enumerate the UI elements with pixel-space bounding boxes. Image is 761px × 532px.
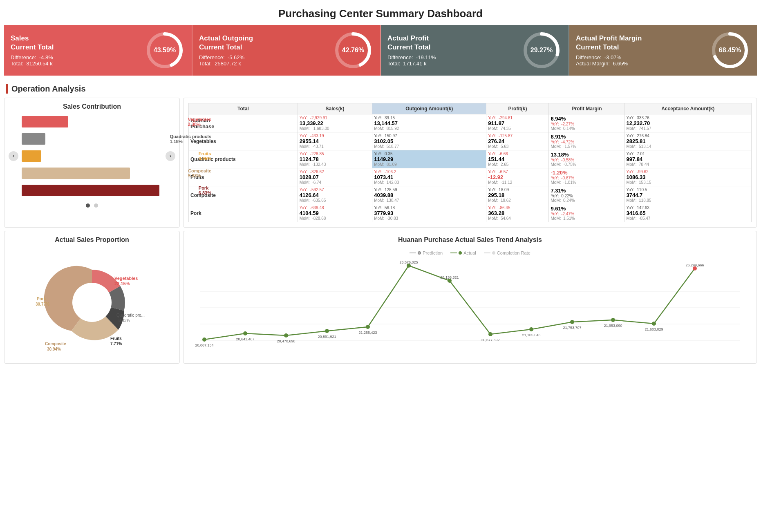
cell-outgoing: YoY: 128.59 4039.88 MoM: 138.47	[372, 186, 486, 204]
svg-text:22.15%: 22.15%	[114, 281, 130, 286]
donut-chart: Vegetables 22.15% Quadratic pro... 8.43%…	[35, 249, 149, 355]
cell-margin: 7.31% YoY: 0.22% MoM: 0.24%	[549, 186, 624, 204]
kpi-total-sales: Total: 31250.54 k	[11, 60, 144, 67]
kpi-title-profit: Actual ProfitCurrent Total	[387, 34, 521, 52]
section-bar	[6, 84, 8, 94]
svg-text:Quadratic pro...: Quadratic pro...	[116, 313, 145, 317]
table-row: Quadratic products YoY: -228.85 1124.78 …	[189, 150, 752, 168]
cell-profit: YoY: -86.45 363.28 MoM: 54.64	[486, 204, 549, 222]
dot-active	[86, 203, 90, 208]
legend-actual: Actual	[450, 250, 476, 255]
bar-quadratic: Quadratic products1.18%	[22, 133, 162, 145]
kpi-title-outgoing: Actual OutgoingCurrent Total	[199, 34, 333, 52]
cell-margin: 8.91% YoY: -4.72% MoM: -1.57%	[549, 132, 624, 150]
table-row: Vegetables YoY: -433.19 2955.14 MoM: -43…	[189, 132, 752, 150]
page-title: Purchasing Center Summary Dashboard	[4, 4, 757, 25]
kpi-card-profit: Actual ProfitCurrent Total Difference: -…	[381, 25, 569, 76]
svg-point-29	[325, 329, 329, 333]
th-outgoing: Outgoing Amount(k)	[372, 103, 486, 114]
cell-sales: YoY: -2,929.91 13,339.22 MoM: -1,683.00	[298, 114, 372, 132]
svg-text:25,136,321: 25,136,321	[440, 275, 459, 279]
kpi-total-profit: Total: 1717.41 k	[387, 60, 521, 67]
cell-margin: 13.18% YoY: -0.58% MoM: -0.75%	[549, 150, 624, 168]
svg-text:21,105,046: 21,105,046	[522, 333, 540, 337]
th-margin: Profit Margin	[549, 103, 624, 114]
svg-point-31	[366, 325, 370, 329]
svg-text:20,067,134: 20,067,134	[195, 343, 213, 347]
cell-profit: YoY: -6.57 -12.92 MoM: -11.12	[486, 168, 549, 186]
cell-outgoing-highlighted: YoY: 0.35 1149.29 MoM: 81.09	[372, 150, 486, 168]
kpi-diff-profit: Difference: -19.11%	[387, 54, 521, 60]
svg-text:20,470,698: 20,470,698	[277, 339, 295, 343]
kpi-gauge-profit-margin: 68.45%	[710, 30, 750, 71]
trend-panel: Huanan Purchase Actual Sales Trend Analy…	[183, 231, 757, 364]
bar-composite: Composite5.38%	[22, 168, 162, 179]
svg-text:30.94%: 30.94%	[47, 347, 61, 351]
th-acceptance: Acceptance Amount(k)	[624, 103, 752, 114]
svg-point-25	[243, 331, 247, 335]
prev-arrow[interactable]: ‹	[9, 151, 18, 161]
svg-point-45	[652, 322, 656, 326]
kpi-diff-profit-margin: Difference: -3.07%	[576, 54, 710, 60]
svg-text:8.43%: 8.43%	[119, 318, 130, 323]
kpi-title-profit-margin: Actual Profit MarginCurrent Total	[576, 34, 710, 52]
gauge-value-profit: 29.27%	[530, 47, 553, 54]
svg-text:Composite: Composite	[45, 342, 66, 346]
cell-outgoing: YoY: -106.2 1073.41 MoM: 142.03	[372, 168, 486, 186]
sales-contribution-title: Sales Contribution	[9, 103, 175, 110]
gauge-value-profit-margin: 68.45%	[719, 47, 741, 54]
svg-point-8	[72, 283, 112, 322]
dot-inactive	[94, 203, 98, 208]
cell-profit: YoY: -6.66 151.44 MoM: 2.65	[486, 150, 549, 168]
data-table-panel: Total Sales(k) Outgoing Amount(k) Profit…	[183, 98, 757, 228]
next-arrow[interactable]: ›	[166, 151, 175, 161]
analysis-row: Sales Contribution ‹ › Vegetables2.30%	[4, 98, 757, 228]
kpi-row: SalesCurrent Total Difference: -4.8% Tot…	[4, 25, 757, 76]
table-row: Composite YoY: -592.57 4126.64 MoM: -635…	[189, 186, 752, 204]
cell-sales: YoY: -592.57 4126.64 MoM: -635.65	[298, 186, 372, 204]
kpi-gauge-profit: 29.27%	[521, 30, 562, 71]
svg-point-39	[529, 327, 533, 331]
svg-text:Pork: Pork	[37, 297, 46, 301]
svg-point-43	[611, 318, 615, 322]
section-title: Operation Analysis	[11, 84, 86, 94]
kpi-diff-sales: Difference: -4.8%	[11, 54, 144, 60]
trend-chart: 20,067,134 20,641,467 20,470,698 20,891,…	[188, 259, 752, 357]
table-row: Pork YoY: -639.48 4104.59 MoM: -828.68 Y…	[189, 204, 752, 222]
trend-legend: Prediction Actual Completion Rate	[188, 249, 752, 255]
th-sales: Sales(k)	[298, 103, 372, 114]
svg-text:20,891,921: 20,891,921	[318, 335, 336, 339]
chart-dots	[9, 202, 175, 209]
svg-text:21,255,423: 21,255,423	[358, 331, 377, 335]
cell-profit: YoY: -294.61 911.87 MoM: 74.35	[486, 114, 549, 132]
svg-text:21,603,029: 21,603,029	[645, 327, 663, 331]
cell-accept: YoY: 110.5 3744.7 MoM: 118.85	[624, 186, 752, 204]
proportion-panel: Actual Sales Proportion	[4, 231, 180, 364]
trend-title: Huanan Purchase Actual Sales Trend Analy…	[188, 236, 752, 244]
table-row: HuananPurchase YoY: -2,929.91 13,339.22 …	[189, 114, 752, 132]
cell-outgoing: YoY: 150.97 3102.05 MoM: 518.77	[372, 132, 486, 150]
kpi-gauge-sales: 43.59%	[144, 30, 185, 71]
cell-accept: YoY: 142.63 3416.65 MoM: -85.47	[624, 204, 752, 222]
th-profit: Profit(k)	[486, 103, 549, 114]
table-row: Fruits YoY: -326.62 1028.07 MoM: -6.74 Y…	[189, 168, 752, 186]
cell-outgoing: YoY: 56.18 3779.93 MoM: -30.83	[372, 204, 486, 222]
kpi-diff-outgoing: Difference: -5.62%	[199, 54, 333, 60]
cell-margin: 6.94% YoY: -2.27% MoM: 0.14%	[549, 114, 624, 132]
svg-text:21,953,090: 21,953,090	[604, 324, 622, 328]
svg-text:26,299,666: 26,299,666	[685, 263, 704, 267]
operation-table: Total Sales(k) Outgoing Amount(k) Profit…	[188, 103, 752, 222]
th-total: Total	[189, 103, 298, 114]
kpi-card-sales: SalesCurrent Total Difference: -4.8% Tot…	[4, 25, 192, 76]
bar-pork: Pork6.83%	[22, 185, 162, 196]
kpi-card-profit-margin: Actual Profit MarginCurrent Total Differ…	[569, 25, 757, 76]
row-label: Pork	[189, 204, 298, 222]
gauge-value-outgoing: 42.76%	[342, 47, 364, 54]
svg-text:20,641,467: 20,641,467	[236, 337, 254, 341]
legend-completion: Completion Rate	[484, 250, 530, 255]
cell-accept: YoY: 7.01 997.84 MoM: 78.44	[624, 150, 752, 168]
legend-prediction: Prediction	[410, 250, 443, 255]
svg-text:Vegetables: Vegetables	[114, 276, 138, 281]
kpi-gauge-outgoing: 42.76%	[333, 30, 374, 71]
bar-fruits: Fruits0.95%	[22, 150, 162, 162]
